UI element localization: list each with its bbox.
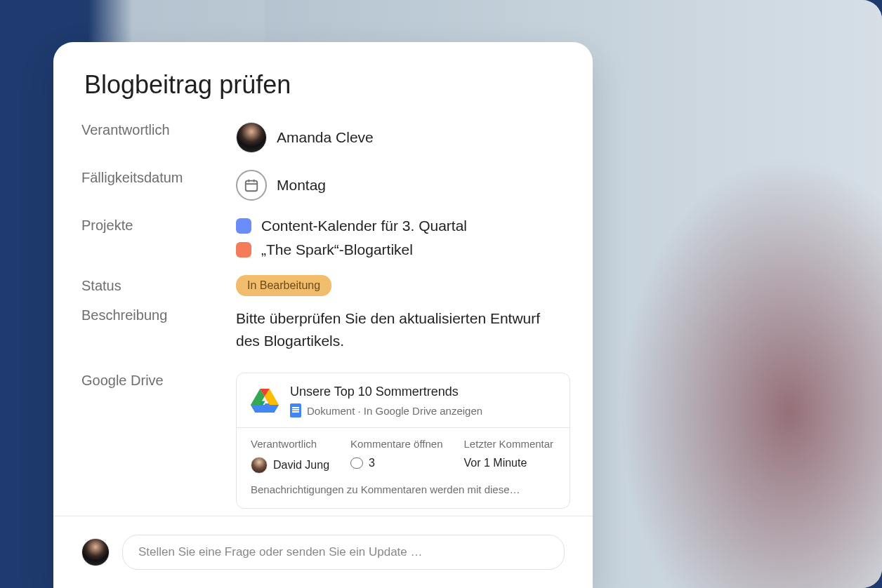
project-item[interactable]: „The Spark“-Blogartikel (236, 241, 559, 258)
due-value[interactable]: Montag (236, 170, 559, 201)
current-user-avatar (81, 538, 110, 566)
task-title: Blogbeitrag prüfen (81, 70, 559, 100)
due-text: Montag (277, 177, 326, 194)
drive-attachment-card[interactable]: Unsere Top 10 Sommertrends Dokument · In… (236, 373, 570, 509)
projects-row: Projekte Content-Kalender für 3. Quartal… (81, 218, 559, 258)
comment-bar: Stellen Sie eine Frage oder senden Sie e… (53, 516, 593, 588)
project-color-icon (236, 218, 251, 234)
drive-row: Google Drive (81, 373, 559, 509)
drive-last-value: Vor 1 Minute (464, 457, 554, 469)
status-row: Status In Bearbeitung (81, 275, 559, 296)
status-label: Status (81, 278, 236, 294)
description-text[interactable]: Bitte überprüfen Sie den aktualisierten … (236, 307, 559, 352)
drive-label: Google Drive (81, 373, 236, 389)
drive-comments-label: Kommentare öffnen (350, 438, 442, 450)
svg-marker-8 (251, 405, 279, 413)
svg-rect-0 (246, 181, 258, 192)
due-label: Fälligkeitsdatum (81, 170, 236, 186)
project-color-icon (236, 242, 251, 258)
drive-owner-label: Verantwortlich (251, 438, 329, 450)
owner-avatar (251, 457, 268, 474)
description-label: Beschreibung (81, 307, 236, 323)
project-item[interactable]: Content-Kalender für 3. Quartal (236, 218, 559, 234)
drive-owner-value: David Jung (251, 457, 329, 474)
drive-footer-text: Benachrichtigungen zu Kommentaren werden… (237, 476, 570, 508)
status-badge[interactable]: In Bearbeitung (236, 275, 331, 296)
project-name: „The Spark“-Blogartikel (261, 241, 413, 258)
drive-last-label: Letzter Kommentar (464, 438, 554, 450)
calendar-icon (236, 170, 267, 201)
comment-icon (350, 457, 363, 469)
drive-meta: Verantwortlich David Jung Kommentare öff… (237, 428, 570, 476)
projects-label: Projekte (81, 218, 236, 234)
assignee-avatar (236, 122, 267, 153)
google-drive-icon (251, 387, 279, 413)
comment-input[interactable]: Stellen Sie eine Frage oder senden Sie e… (122, 535, 565, 570)
task-detail-card: Blogbeitrag prüfen Verantwortlich Amanda… (53, 42, 593, 588)
assignee-name: Amanda Cleve (277, 129, 374, 146)
projects-list: Content-Kalender für 3. Quartal „The Spa… (236, 218, 559, 258)
description-row: Beschreibung Bitte überprüfen Sie den ak… (81, 307, 559, 352)
assignee-label: Verantwortlich (81, 122, 236, 138)
project-name: Content-Kalender für 3. Quartal (261, 218, 467, 234)
drive-file-title: Unsere Top 10 Sommertrends (290, 385, 482, 399)
drive-comments-value: 3 (350, 457, 442, 469)
assignee-value[interactable]: Amanda Cleve (236, 122, 559, 153)
assignee-row: Verantwortlich Amanda Cleve (81, 122, 559, 153)
drive-file-subtitle: Dokument · In Google Drive anzeigen (290, 403, 482, 417)
google-doc-icon (290, 403, 301, 417)
due-row: Fälligkeitsdatum Montag (81, 170, 559, 201)
drive-header: Unsere Top 10 Sommertrends Dokument · In… (237, 373, 570, 428)
